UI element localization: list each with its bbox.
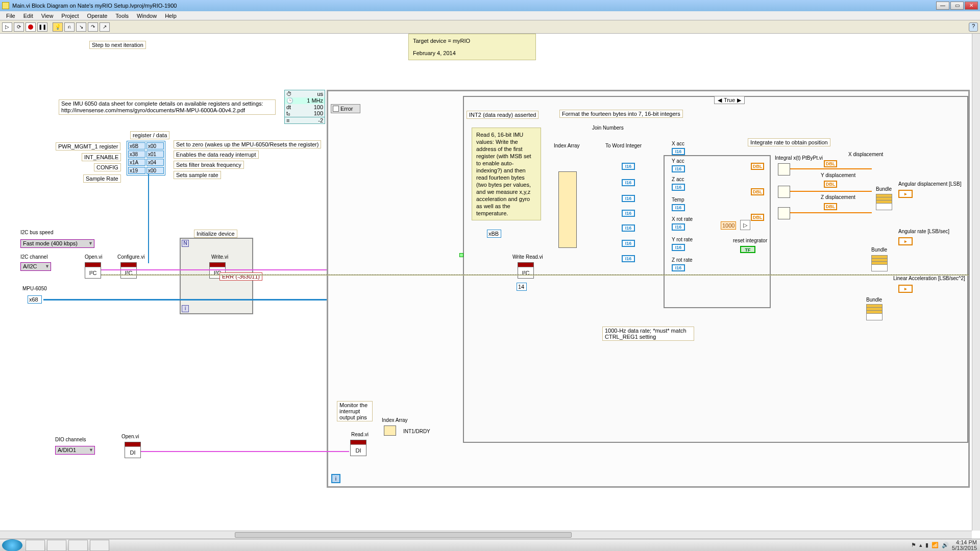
reg0[interactable]: x6B [128, 142, 145, 149]
i16-3[interactable]: I16 [622, 210, 635, 217]
context-help-button[interactable]: ? [969, 22, 978, 32]
init-label: Initialize device [194, 230, 237, 238]
bundle-2[interactable] [871, 255, 888, 271]
read-imu-note[interactable]: Read 6, 16-bit IMU values: Write the add… [472, 128, 541, 220]
dbl-2[interactable]: DBL [751, 214, 764, 221]
abort-button[interactable] [26, 22, 36, 32]
vertical-scrollbar[interactable] [972, 34, 980, 531]
highlight-exec-button[interactable]: 💡 [53, 22, 63, 32]
close-button[interactable]: ✕ [965, 2, 978, 10]
index-array-lbl-2: Index Array [382, 417, 408, 423]
rate-1000[interactable]: 1000 [721, 221, 736, 230]
reciprocal-node[interactable]: ▷ [740, 220, 750, 230]
angrate-term[interactable]: ▸ [898, 237, 913, 245]
i2c-speed-ring[interactable]: Fast mode (400 kbps) [20, 239, 94, 248]
i16-0[interactable]: I16 [622, 163, 635, 170]
tray-sound-icon[interactable]: 🔊 [942, 542, 949, 548]
menu-tools[interactable]: Tools [111, 12, 133, 20]
dio-ring[interactable]: A/DIO1 [55, 446, 95, 455]
linacc-term[interactable]: ▸ [898, 285, 913, 293]
hscroll-thumb[interactable] [235, 532, 572, 538]
tl-n[interactable]: -2 [318, 117, 323, 123]
config-vi[interactable]: I²C [120, 262, 137, 279]
dbl-0[interactable]: DBL [751, 163, 764, 170]
menu-edit[interactable]: Edit [19, 12, 37, 20]
start-button[interactable] [2, 539, 22, 552]
integrate-seq[interactable] [664, 155, 771, 308]
index-array-2[interactable] [384, 425, 396, 436]
xacc-term[interactable]: I16 [672, 148, 685, 155]
menu-help[interactable]: Help [161, 12, 181, 20]
i16-2[interactable]: I16 [622, 195, 635, 202]
reg3[interactable]: x19 [128, 167, 145, 174]
reset-tf[interactable]: TF [740, 246, 755, 253]
horizontal-scrollbar[interactable] [0, 531, 972, 539]
const-14[interactable]: 14 [517, 283, 527, 291]
dbl-1[interactable]: DBL [751, 188, 764, 195]
target-note[interactable]: Target device = myRIO February 4, 2014 [408, 34, 536, 60]
run-cont-button[interactable]: ⟳ [14, 22, 24, 32]
val3[interactable]: x00 [146, 167, 164, 174]
tray-battery-icon[interactable]: ▮ [925, 542, 928, 548]
menu-operate[interactable]: Operate [83, 12, 112, 20]
step-over-button[interactable]: ↷ [88, 22, 98, 32]
val0[interactable]: x00 [146, 142, 164, 149]
val2[interactable]: x04 [146, 159, 164, 166]
taskbar-labview[interactable] [68, 540, 88, 551]
step-into-button[interactable]: ↘ [76, 22, 86, 32]
integral-vi-1[interactable] [778, 186, 790, 198]
bundle-1[interactable] [876, 194, 892, 210]
tl-dt[interactable]: 100 [314, 104, 323, 110]
open-vi[interactable]: I²C [85, 262, 101, 279]
rate-note: 1000-Hz data rate; *must* match CTRL_REG… [602, 327, 694, 341]
run-button[interactable]: ▷ [2, 22, 12, 32]
case-selector[interactable]: ◀True▶ [714, 96, 745, 104]
val1[interactable]: x01 [146, 151, 164, 158]
taskbar-explorer[interactable] [26, 540, 45, 551]
datasheet-note[interactable]: See IMU 6050 data sheet for complete det… [59, 99, 276, 115]
step-out-button[interactable]: ↗ [100, 22, 110, 32]
tl-t[interactable]: 100 [314, 110, 323, 117]
integral-vi-2[interactable] [778, 207, 790, 219]
clock[interactable]: 4:14 PM 5/13/2015 [952, 540, 977, 551]
reg2[interactable]: x1A [128, 159, 145, 166]
i16-5[interactable]: I16 [622, 240, 635, 247]
menubar: File Edit View Project Operate Tools Win… [0, 11, 980, 20]
mpu-const[interactable]: x68 [28, 295, 42, 304]
integral-vi-0[interactable] [778, 163, 790, 176]
xdisp-term[interactable]: DBL [824, 160, 837, 167]
block-diagram-canvas[interactable]: Step to next iteration Target device = m… [0, 34, 972, 531]
index-array-node[interactable] [558, 171, 577, 248]
menu-file[interactable]: File [2, 12, 19, 20]
i16-6[interactable]: I16 [622, 255, 635, 262]
integral-vi-lbl: Integral x(t) PtByPt.vi [775, 155, 823, 161]
i16-4[interactable]: I16 [622, 224, 635, 232]
open-dio-vi[interactable]: DI [125, 442, 141, 458]
register-table[interactable]: x6Bx00 x38x01 x1Ax04 x19x00 [127, 141, 165, 176]
tray-flag-icon[interactable]: ⚑ [911, 542, 916, 548]
angdisp-term[interactable]: ▸ [898, 190, 913, 198]
taskbar-chrome[interactable] [47, 540, 66, 551]
tray-network-icon[interactable]: ▴ [919, 542, 922, 548]
bundle-3[interactable] [866, 304, 883, 320]
timed-loop-config[interactable]: ⏱us 🕒1 MHz dt100 t₀100 ≡-2 [284, 90, 325, 124]
pause-button[interactable]: ❚❚ [37, 22, 47, 32]
i16-1[interactable]: I16 [622, 179, 635, 186]
zdisp-term[interactable]: DBL [824, 203, 837, 210]
taskbar-word[interactable] [90, 540, 109, 551]
menu-view[interactable]: View [37, 12, 58, 20]
read-vi[interactable]: DI [350, 440, 366, 456]
minimize-button[interactable]: — [936, 2, 949, 10]
tray-wifi-icon[interactable]: 📶 [932, 542, 939, 548]
menu-project[interactable]: Project [57, 12, 83, 20]
reg1[interactable]: x38 [128, 151, 145, 158]
menu-window[interactable]: Window [133, 12, 161, 20]
wr-vi[interactable]: I²C [518, 262, 534, 279]
ydisp-term[interactable]: DBL [824, 181, 837, 188]
const-bb[interactable]: xBB [487, 230, 501, 238]
system-tray[interactable]: ⚑ ▴ ▮ 📶 🔊 4:14 PM 5/13/2015 [908, 540, 980, 551]
maximize-button[interactable]: ▭ [950, 2, 964, 10]
i2c-chan-ring[interactable]: A/I2C [20, 262, 51, 271]
retain-wire-button[interactable]: ⎌ [64, 22, 75, 32]
tl-clk[interactable]: 1 MHz [307, 97, 323, 104]
